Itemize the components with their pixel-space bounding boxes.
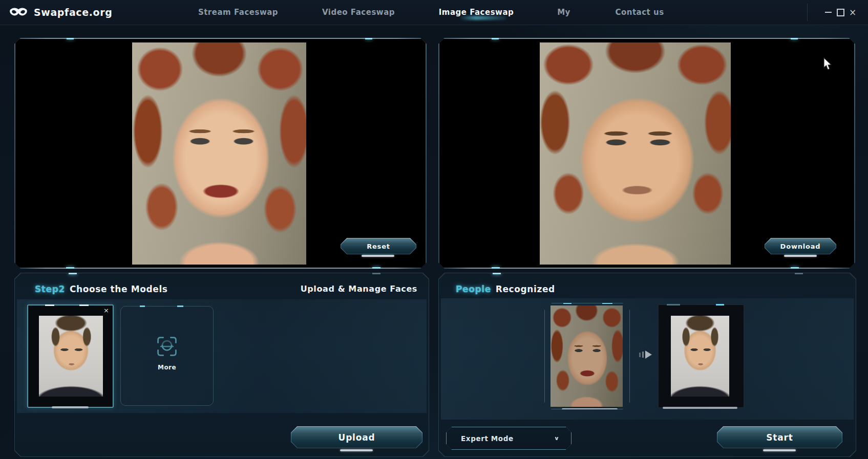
people-label: People — [456, 284, 491, 294]
mask-logo-icon — [9, 7, 28, 18]
reset-button-label: Reset — [341, 238, 416, 254]
maximize-button[interactable] — [834, 0, 847, 25]
upload-manage-faces-link[interactable]: Upload & Manage Faces — [301, 284, 417, 294]
app-title: Swapface.org — [34, 7, 112, 18]
result-image — [540, 42, 731, 265]
remove-model-icon[interactable]: × — [103, 307, 109, 314]
app-window: Swapface.org Stream Faceswap Video Faces… — [0, 0, 868, 459]
people-panel-title: Recognized — [496, 284, 555, 294]
models-panel-title: Choose the Models — [70, 284, 168, 294]
nav-stream-faceswap[interactable]: Stream Faceswap — [198, 0, 278, 25]
model-card-selection-bar — [52, 406, 89, 408]
model-card-selected[interactable]: × — [27, 304, 114, 408]
download-button-label: Download — [765, 238, 836, 254]
nav-image-faceswap[interactable]: Image Faceswap — [439, 0, 514, 25]
result-image-canvas — [439, 39, 854, 268]
assigned-model-card-bar — [663, 407, 737, 409]
close-icon: × — [849, 7, 856, 17]
mode-dropdown-value: Expert Mode — [461, 434, 514, 443]
assigned-model-card[interactable] — [658, 304, 744, 408]
step-label: Step2 — [35, 284, 65, 294]
upload-button-accent-bar — [340, 449, 373, 451]
people-panel-heading: PeopleRecognized — [456, 284, 555, 294]
minimize-icon — [825, 12, 832, 13]
start-button[interactable]: Start — [717, 426, 842, 448]
model-thumbnail — [39, 316, 103, 397]
recognized-person-card[interactable] — [544, 303, 630, 409]
start-button-label: Start — [717, 427, 842, 448]
mode-dropdown[interactable]: Expert Mode ∨ — [446, 427, 571, 450]
recognized-person-thumbnail — [551, 305, 623, 407]
mouse-cursor — [823, 57, 833, 73]
source-image-panel: Reset — [14, 38, 427, 269]
title-bar: Swapface.org Stream Faceswap Video Faces… — [0, 0, 868, 25]
assigned-model-thumbnail — [671, 316, 729, 397]
swap-direction-arrow-icon — [639, 351, 652, 359]
people-strip — [441, 298, 854, 420]
result-image-panel: Download — [438, 38, 855, 269]
people-panel: PeopleRecognized Expert Mode ∨ — [438, 273, 856, 457]
start-button-accent-bar — [763, 449, 796, 451]
face-scan-icon — [156, 335, 178, 360]
close-button[interactable]: × — [846, 0, 859, 25]
window-controls-divider — [807, 4, 808, 21]
download-button-accent-bar — [784, 255, 817, 257]
upload-button[interactable]: Upload — [291, 426, 422, 448]
more-models-card[interactable]: More — [120, 306, 214, 406]
source-image — [132, 42, 306, 265]
source-image-canvas — [15, 39, 426, 268]
active-nav-underline — [459, 16, 506, 20]
maximize-icon — [837, 9, 844, 16]
more-card-label: More — [121, 364, 213, 371]
models-panel: Step2Choose the Models Upload & Manage F… — [14, 273, 429, 457]
brand: Swapface.org — [9, 0, 112, 25]
chevron-down-icon: ∨ — [554, 435, 560, 442]
upload-button-label: Upload — [291, 427, 422, 448]
models-panel-heading: Step2Choose the Models — [35, 284, 168, 294]
nav-contact-us[interactable]: Contact us — [615, 0, 664, 25]
reset-button[interactable]: Reset — [341, 238, 416, 254]
reset-button-accent-bar — [362, 255, 394, 257]
minimize-button[interactable] — [821, 0, 835, 25]
nav-video-faceswap[interactable]: Video Faceswap — [322, 0, 395, 25]
download-button[interactable]: Download — [765, 238, 836, 254]
nav-my[interactable]: My — [557, 0, 570, 25]
